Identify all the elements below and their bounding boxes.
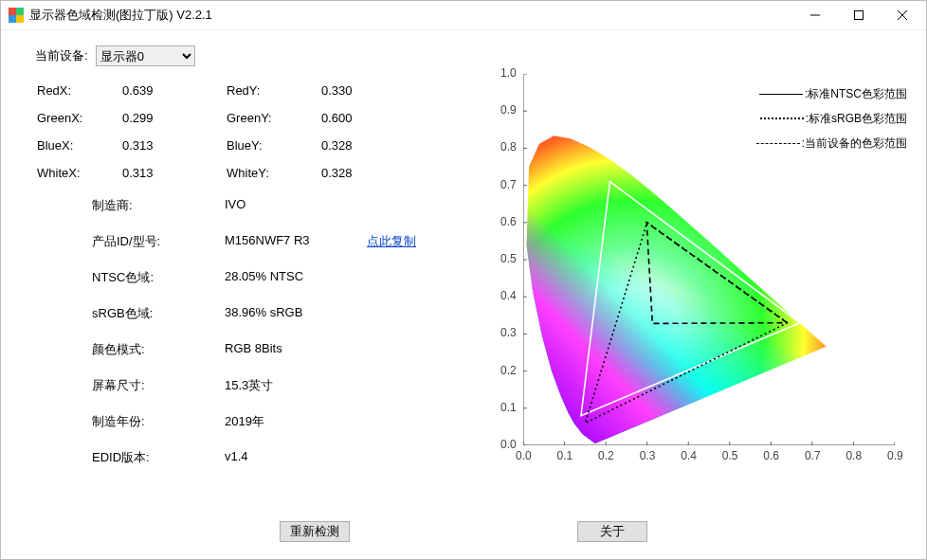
srgb-label: sRGB色域:: [92, 305, 225, 322]
edid-label: EDID版本:: [92, 449, 225, 466]
legend-device: :当前设备的色彩范围: [756, 131, 907, 155]
svg-rect-1: [9, 8, 16, 15]
mfgyear-value: 2019年: [225, 413, 367, 430]
redx-label: RedX:: [37, 83, 122, 98]
x-tick: 0.3: [640, 449, 656, 462]
y-tick: 0.2: [500, 364, 517, 377]
device-info: 制造商: IVO 产品ID/型号: M156NWF7 R3 点此复制 NTSC色…: [92, 197, 471, 466]
y-tick: 0.9: [500, 103, 517, 117]
x-tick: 0.5: [722, 449, 738, 462]
greenx-value: 0.299: [122, 111, 227, 125]
redx-value: 0.639: [122, 83, 227, 98]
legend-srgb: :标准sRGB色彩范围: [756, 106, 907, 131]
bluex-label: BlueX:: [37, 138, 122, 153]
ntsc-label: NTSC色域:: [92, 269, 225, 286]
minimize-button[interactable]: [793, 1, 837, 29]
device-row: 当前设备: 显示器0: [35, 45, 471, 66]
window-title: 显示器色域检测(图拉丁版) V2.2.1: [29, 7, 793, 24]
x-tick: 0.2: [598, 449, 614, 462]
y-tick: 0.3: [500, 326, 517, 339]
y-tick: 0.0: [500, 438, 517, 451]
redetect-button[interactable]: 重新检测: [280, 521, 350, 542]
copy-product-link[interactable]: 点此复制: [367, 233, 443, 250]
x-tick: 0.1: [557, 449, 573, 462]
whitey-label: WhiteY:: [227, 166, 321, 180]
bluey-value: 0.328: [321, 138, 397, 153]
titlebar: 显示器色域检测(图拉丁版) V2.2.1: [1, 1, 926, 30]
srgb-value: 38.96% sRGB: [225, 305, 367, 322]
y-tick: 0.8: [500, 140, 517, 154]
device-label: 当前设备:: [35, 47, 88, 64]
legend-ntsc: :标准NTSC色彩范围: [756, 81, 907, 106]
svg-rect-4: [16, 15, 24, 23]
redy-value: 0.330: [321, 83, 397, 98]
chromaticity-grid: RedX: 0.639 RedY: 0.330 GreenX: 0.299 Gr…: [37, 83, 471, 180]
bluex-value: 0.313: [122, 138, 227, 153]
svg-rect-6: [855, 11, 863, 20]
greeny-value: 0.600: [321, 111, 397, 125]
svg-rect-2: [16, 8, 24, 15]
device-select[interactable]: 显示器0: [96, 45, 195, 66]
y-tick: 0.1: [500, 401, 517, 414]
left-panel: 当前设备: 显示器0 RedX: 0.639 RedY: 0.330 Green…: [35, 45, 471, 550]
bluey-label: BlueY:: [227, 138, 321, 153]
x-tick: 0.0: [516, 449, 532, 462]
y-tick: 0.4: [500, 289, 517, 302]
y-tick: 0.5: [500, 252, 517, 265]
x-tick: 0.4: [681, 449, 697, 462]
screensize-label: 屏幕尺寸:: [92, 377, 225, 394]
product-value: M156NWF7 R3: [225, 233, 367, 250]
chart-panel: 0.00.10.20.30.40.50.60.70.80.90.00.10.20…: [490, 45, 907, 550]
edid-value: v1.4: [225, 449, 367, 466]
app-window: 显示器色域检测(图拉丁版) V2.2.1 当前设备: 显示器0 RedX: 0.…: [0, 0, 927, 560]
close-button[interactable]: [881, 1, 924, 29]
colormode-label: 颜色模式:: [92, 341, 225, 358]
mfgyear-label: 制造年份:: [92, 413, 225, 430]
about-button[interactable]: 关于: [577, 521, 647, 542]
y-tick: 1.0: [500, 66, 517, 80]
colormode-value: RGB 8Bits: [225, 341, 367, 358]
x-tick: 0.7: [805, 449, 821, 462]
ntsc-value: 28.05% NTSC: [225, 269, 367, 286]
maximize-button[interactable]: [837, 1, 881, 29]
app-icon: [9, 8, 24, 23]
x-tick: 0.9: [887, 449, 903, 462]
manufacturer-value: IVO: [225, 197, 367, 214]
whitex-value: 0.313: [122, 166, 227, 180]
greenx-label: GreenX:: [37, 111, 122, 125]
svg-marker-11: [527, 135, 827, 443]
whitex-label: WhiteX:: [37, 166, 122, 180]
y-tick: 0.7: [500, 178, 517, 191]
screensize-value: 15.3英寸: [225, 377, 367, 394]
window-controls: [793, 1, 924, 29]
redy-label: RedY:: [227, 83, 321, 98]
button-row: 重新检测 关于: [1, 521, 926, 542]
whitey-value: 0.328: [321, 166, 397, 180]
chart-legend: :标准NTSC色彩范围 :标准sRGB色彩范围 :当前设备的色彩范围: [756, 81, 907, 155]
content-area: 当前设备: 显示器0 RedX: 0.639 RedY: 0.330 Green…: [1, 30, 926, 559]
manufacturer-label: 制造商:: [92, 197, 225, 214]
x-tick: 0.8: [845, 449, 862, 462]
y-tick: 0.6: [500, 215, 517, 228]
x-tick: 0.6: [763, 449, 779, 462]
svg-rect-3: [9, 15, 16, 23]
product-label: 产品ID/型号:: [92, 233, 225, 250]
greeny-label: GreenY:: [227, 111, 321, 125]
